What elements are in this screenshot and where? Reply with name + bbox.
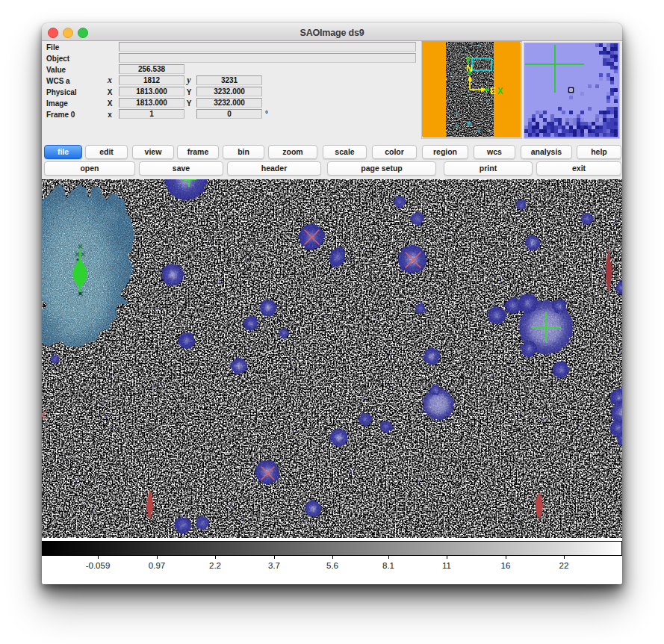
svg-text:Y: Y <box>465 55 471 66</box>
svg-text:X: X <box>497 86 503 96</box>
svg-text:E: E <box>490 86 496 96</box>
